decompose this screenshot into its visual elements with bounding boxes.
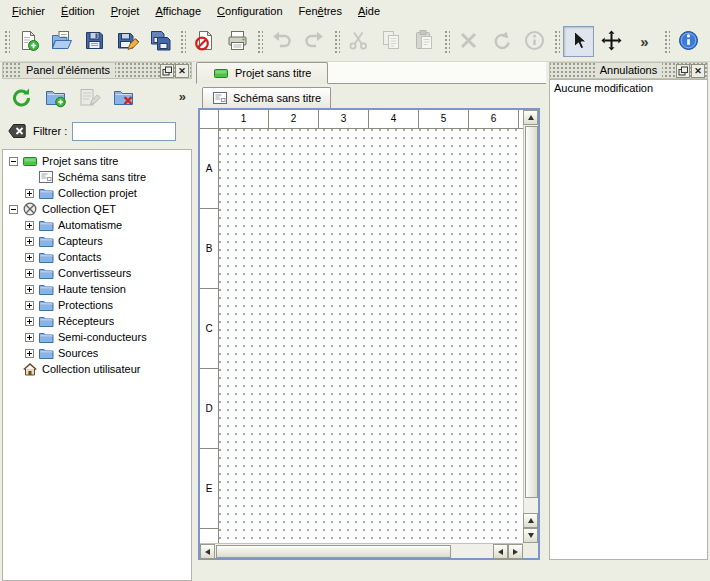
- expand-plus-icon[interactable]: [22, 285, 37, 294]
- copy-button[interactable]: [376, 26, 407, 57]
- vertical-scroll-thumb[interactable]: [525, 126, 538, 498]
- tree-item-label: Contacts: [55, 251, 101, 263]
- tree-item-schema-sans-titre[interactable]: Schéma sans titre: [3, 169, 191, 185]
- tree-item-collection-utilisateur[interactable]: Collection utilisateur: [3, 361, 191, 377]
- undo-panel-float-button[interactable]: [676, 64, 690, 78]
- menu-projet[interactable]: Projet: [103, 2, 148, 20]
- scroll-right-button[interactable]: [508, 544, 523, 559]
- paste-button[interactable]: [409, 26, 440, 57]
- open-file-button[interactable]: [46, 26, 77, 57]
- scroll-left-button-2[interactable]: [493, 544, 508, 559]
- column-ruler: 123456: [219, 110, 523, 129]
- tree-item-label: Semi-conducteurs: [55, 331, 147, 343]
- new-element-button[interactable]: [40, 83, 71, 113]
- toolbar-handle[interactable]: [179, 29, 186, 55]
- undo-button[interactable]: [266, 26, 297, 57]
- tree-item-haute-tension[interactable]: Haute tension: [3, 281, 191, 297]
- main-toolbar: »: [0, 22, 710, 62]
- select-mode-button[interactable]: [563, 26, 594, 57]
- toolbar-handle[interactable]: [443, 29, 450, 55]
- arrow-up-icon: [528, 115, 534, 120]
- scroll-up-button[interactable]: [523, 110, 538, 125]
- undo-list-item[interactable]: Aucune modification: [550, 80, 707, 96]
- elements-panel-titlebar[interactable]: Panel d'éléments ✕: [2, 62, 192, 79]
- tree-item-recepteurs[interactable]: Récepteurs: [3, 313, 191, 329]
- toolbar-extension-button[interactable]: »: [629, 26, 660, 57]
- delete-button[interactable]: [453, 26, 484, 57]
- horizontal-scrollbar[interactable]: [200, 543, 523, 558]
- expand-plus-icon[interactable]: [22, 301, 37, 310]
- diagram-canvas[interactable]: [219, 129, 523, 543]
- tree-item-collection-projet[interactable]: Collection projet: [3, 185, 191, 201]
- tab-project[interactable]: Projet sans titre: [196, 62, 328, 84]
- elements-panel: Panel d'éléments ✕ » Filtrer : Projet sa…: [2, 62, 192, 581]
- redo-button[interactable]: [299, 26, 330, 57]
- save-button[interactable]: [79, 26, 110, 57]
- tree-item-protections[interactable]: Protections: [3, 297, 191, 313]
- delete-element-button[interactable]: [108, 83, 139, 113]
- expand-plus-icon[interactable]: [22, 317, 37, 326]
- scroll-up-button-2[interactable]: [523, 513, 538, 528]
- panel-toolbar-extension[interactable]: »: [179, 89, 186, 104]
- toolbar-handle[interactable]: [663, 29, 670, 55]
- expand-plus-icon[interactable]: [22, 269, 37, 278]
- pan-mode-button[interactable]: [596, 26, 627, 57]
- scroll-left-button[interactable]: [200, 544, 215, 559]
- menu-edition[interactable]: Édition: [53, 2, 103, 20]
- element-delete-icon: [112, 86, 135, 111]
- toolbar-handle[interactable]: [553, 29, 560, 55]
- expand-plus-icon[interactable]: [22, 189, 37, 198]
- toolbar-handle[interactable]: [256, 29, 263, 55]
- collapse-minus-icon[interactable]: [6, 157, 21, 166]
- cut-button[interactable]: [343, 26, 374, 57]
- save-as-button[interactable]: [112, 26, 143, 57]
- about-button[interactable]: [673, 26, 704, 57]
- close-file-button[interactable]: [189, 26, 220, 57]
- expand-plus-icon[interactable]: [22, 221, 37, 230]
- folder-icon: [37, 217, 55, 233]
- tree-item-automatisme[interactable]: Automatisme: [3, 217, 191, 233]
- toolbar-handle[interactable]: [333, 29, 340, 55]
- collapse-minus-icon[interactable]: [6, 205, 21, 214]
- menu-aide[interactable]: Aide: [350, 2, 388, 20]
- move-icon: [600, 29, 623, 54]
- edit-element-button[interactable]: [74, 83, 105, 113]
- undo-panel-close-button[interactable]: ✕: [691, 64, 705, 78]
- mdi-area: Projet sans titre Schéma sans titre 1234…: [196, 62, 546, 562]
- clear-filter-button[interactable]: [6, 121, 28, 141]
- expand-plus-icon[interactable]: [22, 253, 37, 262]
- menu-fichier[interactable]: Fichier: [4, 2, 53, 20]
- undo-panel-titlebar[interactable]: Annulations ✕: [549, 62, 708, 79]
- rotate-button[interactable]: [486, 26, 517, 57]
- element-new-icon: [44, 86, 67, 111]
- vertical-scrollbar[interactable]: [523, 110, 538, 543]
- tab-diagram[interactable]: Schéma sans titre: [202, 87, 331, 108]
- tree-item-sources[interactable]: Sources: [3, 345, 191, 361]
- menu-affichage[interactable]: Affichage: [147, 2, 209, 20]
- expand-plus-icon[interactable]: [22, 333, 37, 342]
- arrow-left-icon: [498, 549, 503, 555]
- save-all-button[interactable]: [145, 26, 176, 57]
- toolbar-handle[interactable]: [3, 29, 10, 55]
- folder-icon: [37, 265, 55, 281]
- tree-item-convertisseurs[interactable]: Convertisseurs: [3, 265, 191, 281]
- scroll-down-button[interactable]: [523, 528, 538, 543]
- tree-item-collection-qet[interactable]: Collection QET: [3, 201, 191, 217]
- print-button[interactable]: [222, 26, 253, 57]
- horizontal-scroll-thumb[interactable]: [216, 545, 451, 558]
- reload-collections-button[interactable]: [6, 83, 37, 113]
- menu-configuration[interactable]: Configuration: [209, 2, 290, 20]
- tree-item-capteurs[interactable]: Capteurs: [3, 233, 191, 249]
- elements-panel-float-button[interactable]: [160, 64, 174, 78]
- new-file-button[interactable]: [13, 26, 44, 57]
- menubar: FichierÉditionProjetAffichageConfigurati…: [0, 0, 710, 22]
- tree-item-projet-sans-titre[interactable]: Projet sans titre: [3, 153, 191, 169]
- expand-plus-icon[interactable]: [22, 237, 37, 246]
- menu-fenetres[interactable]: Fenêtres: [291, 2, 350, 20]
- element-infos-button[interactable]: [519, 26, 550, 57]
- filter-input[interactable]: [72, 122, 176, 141]
- elements-panel-close-button[interactable]: ✕: [175, 64, 189, 78]
- tree-item-semi-conducteurs[interactable]: Semi-conducteurs: [3, 329, 191, 345]
- tree-item-contacts[interactable]: Contacts: [3, 249, 191, 265]
- expand-plus-icon[interactable]: [22, 349, 37, 358]
